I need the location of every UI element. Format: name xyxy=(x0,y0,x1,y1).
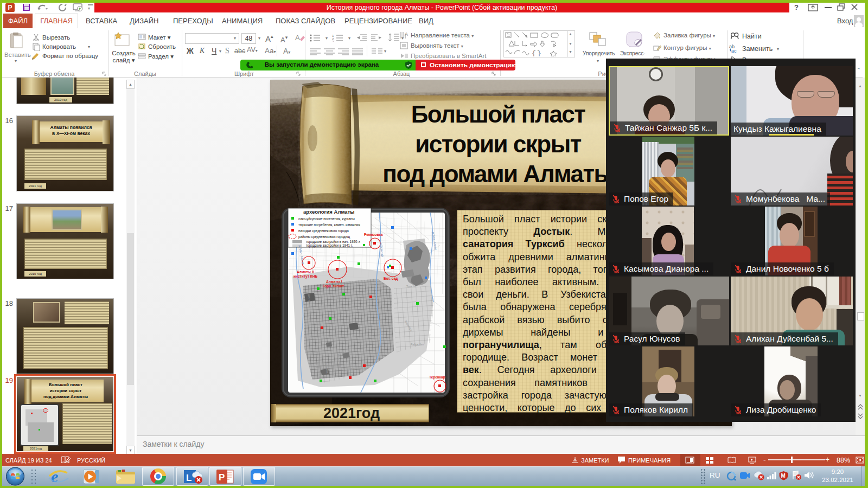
svg-text:3: 3 xyxy=(332,40,334,42)
svg-text:А: А xyxy=(295,34,300,42)
svg-text:e: e xyxy=(51,467,58,485)
svg-text:}: } xyxy=(537,49,541,56)
svg-text:ac: ac xyxy=(731,48,737,53)
svg-text:P: P xyxy=(219,472,225,483)
svg-text:M: M xyxy=(781,473,786,479)
svg-text:L: L xyxy=(186,473,192,483)
svg-text:А: А xyxy=(405,31,408,37)
svg-text:{: { xyxy=(532,49,536,56)
